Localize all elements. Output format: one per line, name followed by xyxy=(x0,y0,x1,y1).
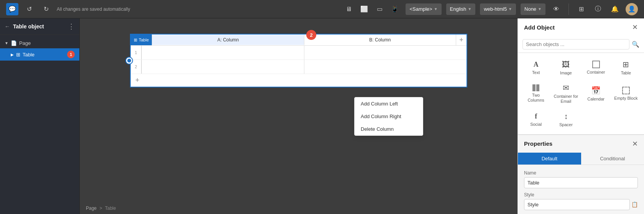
table-header-row: ⊞ Table A: Column B: Column + xyxy=(131,35,467,46)
sidebar-page-label: Page xyxy=(19,40,31,46)
mobile-icon[interactable]: 📱 xyxy=(389,3,401,15)
sidebar-header: ← Table object ⋮ xyxy=(0,18,79,35)
canvas-area: 2 3 ⊞ Table A: Column xyxy=(80,18,518,214)
left-sidebar: ← Table object ⋮ ▼ 📄 Page ▶ ⊞ Table 1 xyxy=(0,18,80,214)
name-input[interactable] xyxy=(524,177,638,188)
app-logo: 💬 xyxy=(6,3,18,15)
save-status: All changes are saved automatically xyxy=(57,7,130,12)
search-input[interactable] xyxy=(522,39,629,49)
add-column-left-item[interactable]: Add Column Left xyxy=(355,97,423,110)
sidebar-item-page[interactable]: ▼ 📄 Page xyxy=(0,38,79,48)
sidebar-item-table[interactable]: ▶ ⊞ Table 1 xyxy=(0,48,79,61)
properties-tabs: Default Conditional xyxy=(518,153,644,165)
calendar-label: Calendar xyxy=(587,97,605,102)
object-item-container-email[interactable]: ✉ Container for Email xyxy=(551,79,581,108)
right-panel: Add Object ✕ 🔍 A Text 🖼 Image xyxy=(518,18,644,214)
apps-icon[interactable]: ⊞ xyxy=(575,3,587,15)
sample-dropdown-arrow: ▼ xyxy=(434,7,438,11)
spacer-label: Spacer xyxy=(559,122,573,127)
tab-conditional[interactable]: Conditional xyxy=(581,153,644,165)
preview-button[interactable]: 👁 xyxy=(550,3,562,15)
add-object-section: Add Object ✕ 🔍 A Text 🖼 Image xyxy=(518,18,644,135)
image-label: Image xyxy=(560,71,572,76)
style-select[interactable]: Style xyxy=(524,199,630,210)
image-icon: 🖼 xyxy=(562,60,570,69)
sidebar-table-label: Table xyxy=(23,52,34,58)
table-tag-label: Table xyxy=(139,38,149,42)
framework-dropdown[interactable]: web-html5 ▼ xyxy=(480,3,516,15)
spacer-icon: ↕ xyxy=(564,112,568,121)
sidebar-tree: ▼ 📄 Page ▶ ⊞ Table 1 xyxy=(0,35,79,64)
object-item-text[interactable]: A Text xyxy=(521,56,551,79)
object-item-image[interactable]: 🖼 Image xyxy=(551,56,581,79)
framework-dropdown-arrow: ▼ xyxy=(508,7,512,11)
breadcrumb-page-link[interactable]: Page xyxy=(86,206,97,211)
text-icon: A xyxy=(534,61,539,69)
object-item-social[interactable]: f Social xyxy=(521,108,551,131)
style-label: Style xyxy=(524,192,638,198)
two-columns-icon xyxy=(532,84,539,91)
table-chevron-icon: ▶ xyxy=(11,53,14,57)
table-obj-label: Table xyxy=(621,71,631,76)
object-item-empty-block[interactable]: Empty Block xyxy=(611,79,641,108)
cell-1a[interactable] xyxy=(141,46,304,59)
container-label: Container xyxy=(587,70,605,75)
two-columns-label: Two Columns xyxy=(523,93,549,103)
select-circle[interactable] xyxy=(125,57,133,64)
cell-2a[interactable] xyxy=(141,60,304,74)
desktop-icon[interactable]: 🖥 xyxy=(343,3,355,15)
add-column-button[interactable]: + xyxy=(456,35,467,45)
breadcrumb-current: Table xyxy=(105,206,116,211)
sidebar-back-button[interactable]: ← xyxy=(5,23,10,30)
table-tag[interactable]: ⊞ Table xyxy=(131,35,152,45)
cell-2b[interactable] xyxy=(304,60,467,74)
properties-header: Properties ✕ xyxy=(518,135,644,153)
object-item-two-columns[interactable]: Two Columns xyxy=(521,79,551,108)
cell-1b[interactable] xyxy=(304,46,467,59)
delete-column-item[interactable]: Delete Column xyxy=(355,123,423,135)
empty-block-icon xyxy=(622,87,630,94)
social-label: Social xyxy=(530,122,542,127)
badge-2: 2 xyxy=(306,30,316,40)
table-editor-container: 2 3 ⊞ Table A: Column xyxy=(130,34,467,87)
main-layout: ← Table object ⋮ ▼ 📄 Page ▶ ⊞ Table 1 xyxy=(0,18,644,214)
object-item-container[interactable]: Container xyxy=(581,56,611,79)
properties-title: Properties xyxy=(524,140,552,147)
info-icon[interactable]: ⓘ xyxy=(592,3,604,15)
tab-default[interactable]: Default xyxy=(518,153,581,165)
object-item-table[interactable]: ⊞ Table xyxy=(611,56,641,79)
tablet-portrait-icon[interactable]: ▭ xyxy=(373,3,386,15)
canvas-content: 2 3 ⊞ Table A: Column xyxy=(80,18,518,202)
add-row-button[interactable]: + xyxy=(135,76,140,84)
notifications-icon[interactable]: 🔔 xyxy=(609,3,621,15)
search-icon: 🔍 xyxy=(632,41,639,48)
page-icon: 📄 xyxy=(11,40,17,46)
properties-close-button[interactable]: ✕ xyxy=(632,140,638,148)
objects-grid: A Text 🖼 Image Container ⊞ Table xyxy=(518,53,644,135)
prop-name: Name xyxy=(524,170,638,188)
redo-button[interactable]: ↻ xyxy=(40,3,52,15)
table-editor: ⊞ Table A: Column B: Column + 1 xyxy=(130,34,467,87)
style-copy-icon[interactable]: 📋 xyxy=(631,201,638,207)
user-avatar[interactable]: 👤 xyxy=(626,3,638,15)
tablet-landscape-icon[interactable]: ⬜ xyxy=(358,3,370,15)
table-icon: ⊞ xyxy=(16,52,20,58)
sidebar-menu-button[interactable]: ⋮ xyxy=(68,22,75,31)
object-item-calendar[interactable]: 📅 Calendar xyxy=(581,79,611,108)
language-dropdown[interactable]: English ▼ xyxy=(446,3,476,15)
properties-section: Properties ✕ Default Conditional Name St… xyxy=(518,135,644,214)
table-footer: + xyxy=(131,74,467,87)
prop-style: Style Style 📋 xyxy=(524,192,638,210)
sample-dropdown[interactable]: <Sample> ▼ xyxy=(406,3,441,15)
page-chevron-icon: ▼ xyxy=(5,41,8,45)
column-b-header[interactable]: B: Column xyxy=(304,35,456,45)
object-item-spacer[interactable]: ↕ Spacer xyxy=(551,108,581,131)
undo-button[interactable]: ↺ xyxy=(23,3,35,15)
column-a-header[interactable]: A: Column xyxy=(152,35,304,45)
none-dropdown[interactable]: None ▼ xyxy=(521,3,545,15)
add-object-close-button[interactable]: ✕ xyxy=(632,23,638,31)
language-dropdown-arrow: ▼ xyxy=(468,7,472,11)
add-column-right-item[interactable]: Add Column Right xyxy=(355,110,423,123)
container-email-icon: ✉ xyxy=(563,83,569,92)
style-select-row: Style 📋 xyxy=(524,199,638,210)
